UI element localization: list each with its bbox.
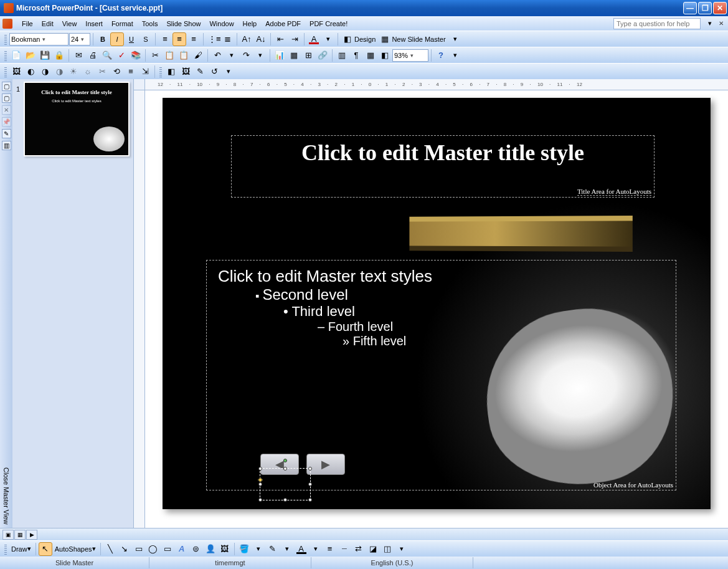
- font-color-dropdown-2[interactable]: ▾: [309, 542, 323, 556]
- undo-dropdown[interactable]: ▾: [225, 49, 239, 62]
- select-objects-button[interactable]: ↖: [39, 542, 52, 556]
- decrease-indent-button[interactable]: ⇤: [273, 32, 287, 46]
- arrow-button[interactable]: ↘: [118, 542, 131, 556]
- toolbar-handle[interactable]: [4, 66, 7, 77]
- cut-button[interactable]: ✂: [148, 49, 162, 62]
- insert-table-button[interactable]: ▦: [287, 49, 301, 62]
- spelling-button[interactable]: ✓: [115, 49, 128, 62]
- clipart-button[interactable]: 👤: [204, 542, 217, 556]
- slide-thumbnail-1[interactable]: 1 Click to edit Master title style Click…: [24, 82, 130, 156]
- transparent-button[interactable]: ✎: [193, 65, 207, 79]
- fill-color-dropdown[interactable]: ▾: [252, 542, 265, 556]
- menu-adobe-pdf[interactable]: Adobe PDF: [261, 19, 305, 29]
- more-brightness-button[interactable]: ☀: [67, 65, 80, 79]
- menu-view[interactable]: View: [58, 19, 82, 29]
- menu-edit[interactable]: Edit: [37, 19, 58, 29]
- italic-button[interactable]: I: [110, 32, 124, 46]
- zoom-select[interactable]: 93%▾: [392, 49, 428, 62]
- toolbar-handle[interactable]: [4, 34, 7, 45]
- line-style-button-2[interactable]: ≡: [323, 542, 337, 556]
- wordart-button[interactable]: A: [175, 542, 189, 556]
- toolbar-handle[interactable]: [4, 543, 7, 555]
- compress-button[interactable]: ⇲: [138, 65, 152, 79]
- color-grayscale-button[interactable]: ◧: [378, 49, 392, 62]
- master-title-placeholder[interactable]: Click to edit Master title style Title A…: [231, 135, 655, 198]
- draw-menu-button[interactable]: Draw ▾: [9, 542, 33, 556]
- menu-format[interactable]: Format: [107, 19, 138, 29]
- slide-master[interactable]: Click to edit Master title style Title A…: [163, 98, 711, 509]
- increase-font-button[interactable]: A↑: [240, 32, 253, 46]
- body-level-1[interactable]: Click to edit Master text styles: [218, 267, 664, 286]
- toolbar-options[interactable]: ▾: [448, 32, 462, 46]
- undo-button[interactable]: ↶: [210, 49, 224, 62]
- diagram-button[interactable]: ⊚: [189, 542, 203, 556]
- redo-dropdown[interactable]: ▾: [253, 49, 267, 62]
- line-color-button[interactable]: ✎: [266, 542, 280, 556]
- show-formatting-button[interactable]: ¶: [349, 49, 363, 62]
- autoshapes-button[interactable]: AutoShapes ▾: [53, 542, 98, 556]
- toolbar-options-4[interactable]: ▾: [395, 542, 409, 556]
- insert-hyperlink-button[interactable]: 🔗: [316, 49, 329, 62]
- align-center-button[interactable]: ≡: [173, 32, 186, 46]
- body-level-2[interactable]: Second level: [255, 286, 664, 304]
- slideshow-view-button[interactable]: ▶: [26, 530, 37, 540]
- slide-canvas[interactable]: Click to edit Master title style Title A…: [145, 90, 728, 528]
- body-level-5[interactable]: Fifth level: [343, 334, 664, 348]
- nav-next-button[interactable]: ▶: [306, 454, 345, 475]
- vertical-ruler[interactable]: [134, 90, 145, 528]
- open-button[interactable]: 📂: [24, 49, 37, 62]
- mv-insert-slide-master[interactable]: ▢: [2, 82, 11, 91]
- crop-button[interactable]: ✂: [95, 65, 109, 79]
- print-button[interactable]: 🖨: [86, 49, 100, 62]
- body-level-4[interactable]: Fourth level: [318, 320, 664, 334]
- save-button[interactable]: 💾: [38, 49, 52, 62]
- line-color-dropdown[interactable]: ▾: [280, 542, 294, 556]
- new-slide-master-button[interactable]: ▦ New Slide Master: [378, 32, 447, 46]
- email-button[interactable]: ✉: [72, 49, 85, 62]
- document-icon[interactable]: [2, 19, 12, 29]
- insert-picture-button-2[interactable]: 🖼: [218, 542, 232, 556]
- insert-picture-button[interactable]: 🖼: [9, 65, 23, 79]
- mv-insert-title-master[interactable]: ▢: [2, 93, 11, 103]
- more-contrast-button[interactable]: ◑: [38, 65, 52, 79]
- bullet-list-button[interactable]: ≣: [220, 32, 234, 46]
- permission-button[interactable]: 🔒: [52, 49, 66, 62]
- menu-file[interactable]: File: [17, 19, 37, 29]
- status-language[interactable]: English (U.S.): [311, 557, 473, 568]
- mv-delete-master[interactable]: ✕: [2, 105, 11, 115]
- maximize-button[interactable]: ❐: [698, 2, 712, 14]
- minimize-button[interactable]: —: [683, 2, 697, 14]
- increase-indent-button[interactable]: ⇥: [288, 32, 301, 46]
- mv-rename-master[interactable]: ✎: [2, 129, 11, 138]
- recolor-button[interactable]: ◧: [164, 65, 178, 79]
- mv-preserve-master[interactable]: 📌: [2, 117, 11, 127]
- align-right-button[interactable]: ≡: [187, 32, 201, 46]
- reset-button[interactable]: ↺: [207, 65, 221, 79]
- 3d-style-button[interactable]: ◫: [381, 542, 394, 556]
- format-painter-button[interactable]: 🖌: [191, 49, 205, 62]
- font-color-dropdown[interactable]: ▾: [321, 32, 335, 46]
- toolbar-options-3[interactable]: ▾: [222, 65, 235, 79]
- nav-prev-button[interactable]: ◀: [260, 454, 299, 475]
- help-question-input[interactable]: [613, 18, 701, 29]
- menu-slideshow[interactable]: Slide Show: [162, 19, 205, 29]
- copy-button[interactable]: 📋: [163, 49, 176, 62]
- close-button[interactable]: ✕: [713, 2, 727, 14]
- master-body-placeholder[interactable]: Click to edit Master text styles Second …: [206, 260, 676, 490]
- research-button[interactable]: 📚: [129, 49, 143, 62]
- underline-button[interactable]: U: [125, 32, 138, 46]
- normal-view-button[interactable]: ▣: [2, 530, 14, 540]
- decrease-font-button[interactable]: A↓: [254, 32, 268, 46]
- help-button[interactable]: ?: [434, 49, 448, 62]
- menu-pdf-create[interactable]: PDF Create!: [305, 19, 352, 29]
- less-contrast-button[interactable]: ◑: [52, 65, 66, 79]
- rectangle-button[interactable]: ▭: [132, 542, 146, 556]
- mv-master-layout[interactable]: ▥: [2, 141, 11, 150]
- font-size-select[interactable]: 24▾: [69, 33, 90, 45]
- fill-color-button[interactable]: 🪣: [237, 542, 251, 556]
- line-button[interactable]: ╲: [103, 542, 117, 556]
- font-color-button[interactable]: A: [307, 32, 321, 46]
- oval-button[interactable]: ◯: [146, 542, 160, 556]
- insert-chart-button[interactable]: 📊: [273, 49, 286, 62]
- rotate-button[interactable]: ⟲: [110, 65, 123, 79]
